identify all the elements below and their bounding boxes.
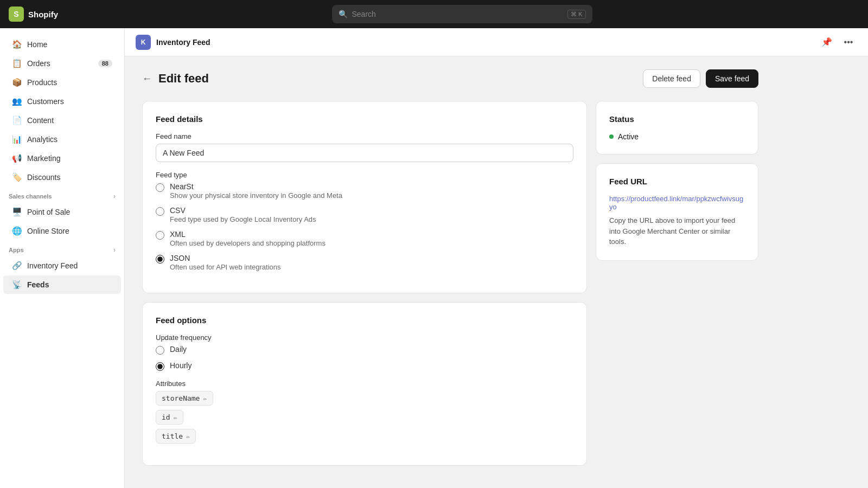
- feed-options-title: Feed options: [156, 316, 573, 325]
- sidebar-item-label: Feeds: [27, 280, 49, 289]
- app-header-left: K Inventory Feed: [136, 35, 210, 50]
- radio-daily[interactable]: Daily: [156, 345, 573, 355]
- pin-button[interactable]: 📌: [818, 34, 835, 51]
- apps-label: Apps: [9, 247, 24, 253]
- products-icon: 📦: [12, 78, 22, 87]
- discounts-icon: 🏷️: [12, 172, 22, 182]
- top-navigation: S Shopify 🔍 ⌘ K: [0, 0, 868, 28]
- shopify-icon: S: [9, 7, 24, 22]
- radio-json-input[interactable]: [156, 255, 164, 264]
- sidebar-item-label: Analytics: [27, 135, 58, 144]
- online-store-icon: 🌐: [12, 226, 22, 236]
- orders-badge: 88: [98, 60, 112, 67]
- radio-hourly[interactable]: Hourly: [156, 361, 573, 371]
- content-main: Feed details Feed name Feed type: [142, 101, 587, 466]
- radio-json[interactable]: JSON Often used for API web integrations: [156, 254, 573, 271]
- radio-json-desc: Often used for API web integrations: [170, 263, 281, 271]
- sidebar-item-label: Orders: [27, 59, 50, 68]
- sidebar-item-inventory-feed[interactable]: 🔗 Inventory Feed: [3, 256, 121, 275]
- radio-csv[interactable]: CSV Feed type used by Google Local Inven…: [156, 206, 573, 223]
- attribute-tag-title: title ✏️: [156, 429, 196, 444]
- page-header-actions: Delete feed Save feed: [643, 69, 758, 88]
- inventory-feed-icon: 🔗: [12, 261, 22, 271]
- edit-storename-icon[interactable]: ✏️: [203, 395, 207, 402]
- radio-nearst-input[interactable]: [156, 183, 164, 192]
- sidebar-item-label: Point of Sale: [27, 208, 70, 216]
- feed-type-radio-group: NearSt Show your physical store inventor…: [156, 182, 573, 271]
- frequency-radio-group: Daily Hourly: [156, 345, 573, 371]
- content-side: Status Active Feed URL https://productfe…: [596, 101, 758, 466]
- sidebar-item-content[interactable]: 📄 Content: [3, 111, 121, 130]
- sidebar-item-marketing[interactable]: 📢 Marketing: [3, 149, 121, 168]
- sidebar-item-label: Inventory Feed: [27, 261, 78, 270]
- orders-icon: 📋: [12, 59, 22, 68]
- edit-title-icon[interactable]: ✏️: [186, 433, 190, 440]
- radio-xml[interactable]: XML Often used by developers and shoppin…: [156, 230, 573, 247]
- sidebar: 🏠 Home 📋 Orders 88 📦 Products 👥 Customer…: [0, 28, 125, 488]
- save-feed-button[interactable]: Save feed: [706, 69, 758, 88]
- sidebar-item-products[interactable]: 📦 Products: [3, 73, 121, 92]
- search-input[interactable]: [352, 10, 564, 18]
- more-options-button[interactable]: •••: [840, 34, 857, 51]
- page-header-left: ← Edit feed: [142, 72, 209, 86]
- sales-channels-nav: 🖥️ Point of Sale 🌐 Online Store: [0, 203, 124, 240]
- attribute-tags-list: storeName ✏️ id ✏️ title ✏️: [156, 391, 573, 444]
- feed-url-card: Feed URL https://productfeed.link/mar/pp…: [596, 163, 758, 261]
- feed-type-label: Feed type: [156, 171, 573, 179]
- status-text: Active: [618, 132, 639, 141]
- page-content-area: ← Edit feed Delete feed Save feed Feed d…: [125, 56, 776, 479]
- feed-name-group: Feed name: [156, 132, 573, 162]
- feed-details-card: Feed details Feed name Feed type: [142, 101, 587, 293]
- apps-nav: 🔗 Inventory Feed 📡 Feeds: [0, 256, 124, 294]
- sidebar-item-analytics[interactable]: 📊 Analytics: [3, 130, 121, 149]
- analytics-icon: 📊: [12, 134, 22, 144]
- sidebar-item-label: Marketing: [27, 154, 60, 163]
- search-shortcut: ⌘ K: [567, 10, 585, 19]
- sidebar-item-orders[interactable]: 📋 Orders 88: [3, 54, 121, 73]
- radio-nearst-label: NearSt: [170, 182, 342, 191]
- main-content: K Inventory Feed 📌 ••• ← Edit feed Delet…: [125, 28, 868, 488]
- update-frequency-label: Update frequency: [156, 333, 573, 342]
- app-icon: K: [136, 35, 151, 50]
- logo[interactable]: S Shopify: [9, 7, 58, 22]
- edit-id-icon[interactable]: ✏️: [174, 414, 177, 421]
- sidebar-item-discounts[interactable]: 🏷️ Discounts: [3, 168, 121, 187]
- feed-url-link[interactable]: https://productfeed.link/mar/ppkzwcfwivs…: [609, 195, 745, 211]
- radio-hourly-input[interactable]: [156, 362, 164, 371]
- radio-nearst-desc: Show your physical store inventory in Go…: [170, 191, 342, 200]
- search-bar[interactable]: 🔍 ⌘ K: [332, 5, 592, 23]
- radio-csv-input[interactable]: [156, 207, 164, 216]
- back-button[interactable]: ←: [142, 73, 152, 85]
- pos-icon: 🖥️: [12, 207, 22, 217]
- radio-daily-label: Daily: [170, 345, 187, 354]
- marketing-icon: 📢: [12, 153, 22, 163]
- sidebar-item-label: Content: [27, 116, 54, 125]
- sales-channels-section[interactable]: Sales channels ›: [0, 187, 124, 202]
- radio-xml-label: XML: [170, 230, 326, 239]
- page-title: Edit feed: [158, 72, 209, 86]
- status-indicator: Active: [609, 132, 745, 141]
- apps-section[interactable]: Apps ›: [0, 241, 124, 256]
- delete-feed-button[interactable]: Delete feed: [643, 69, 700, 88]
- sidebar-item-home[interactable]: 🏠 Home: [3, 35, 121, 54]
- sidebar-item-label: Products: [27, 78, 57, 87]
- sidebar-item-feeds[interactable]: 📡 Feeds: [3, 275, 121, 294]
- feed-name-input[interactable]: [156, 144, 573, 162]
- status-card-title: Status: [609, 114, 745, 124]
- feed-options-card: Feed options Update frequency Daily: [142, 302, 587, 466]
- feed-url-title: Feed URL: [609, 177, 745, 186]
- app-header: K Inventory Feed 📌 •••: [125, 28, 868, 56]
- radio-nearst[interactable]: NearSt Show your physical store inventor…: [156, 182, 573, 200]
- attributes-group: Attributes storeName ✏️ id ✏️: [156, 380, 573, 444]
- home-icon: 🏠: [12, 40, 22, 49]
- radio-json-label: JSON: [170, 254, 281, 262]
- radio-hourly-label: Hourly: [170, 361, 192, 370]
- sidebar-item-customers[interactable]: 👥 Customers: [3, 92, 121, 111]
- sales-channels-label: Sales channels: [9, 193, 52, 200]
- app-name-label: Shopify: [28, 10, 58, 19]
- radio-daily-input[interactable]: [156, 346, 164, 355]
- feed-url-description: Copy the URL above to import your feed i…: [609, 215, 745, 247]
- sidebar-item-pos[interactable]: 🖥️ Point of Sale: [3, 203, 121, 221]
- sidebar-item-online-store[interactable]: 🌐 Online Store: [3, 222, 121, 240]
- radio-xml-input[interactable]: [156, 231, 164, 240]
